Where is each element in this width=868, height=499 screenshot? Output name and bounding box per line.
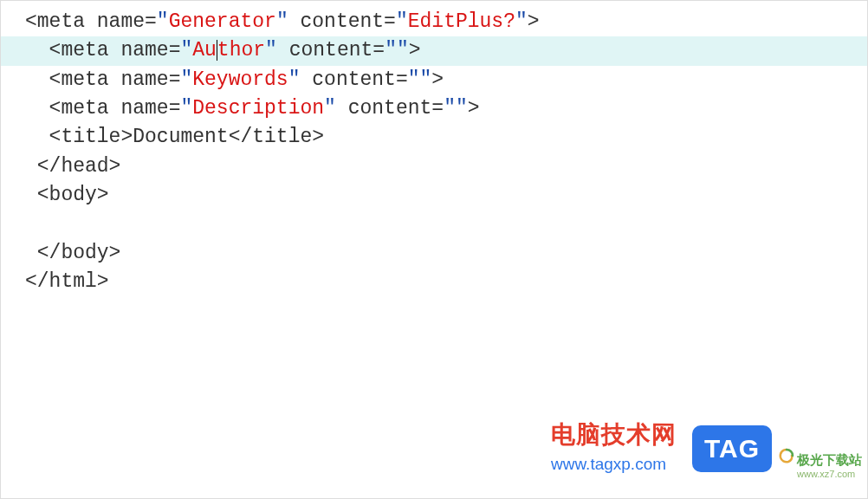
attr-value: Generator [169, 10, 276, 33]
code-text: content= [277, 39, 385, 62]
quote: " [397, 39, 409, 62]
quote: " [324, 97, 336, 120]
code-line[interactable]: <title>Document</title> [1, 123, 867, 152]
attr-value: Au [192, 39, 217, 62]
code-line[interactable]: <meta name="Generator" content="EditPlus… [1, 8, 867, 36]
code-line[interactable]: <meta name="Keywords" content=""> [1, 66, 867, 94]
quote: " [456, 97, 468, 120]
code-text: <meta name= [25, 39, 180, 62]
code-text: </html> [25, 270, 109, 293]
quote: " [288, 68, 301, 91]
quote: " [385, 39, 397, 62]
quote: " [180, 97, 192, 120]
code-line-active[interactable]: <meta name="Author" content=""> [1, 36, 867, 65]
quote: " [420, 68, 432, 91]
attr-value: thor [217, 39, 265, 62]
code-line[interactable]: <body> [1, 181, 867, 210]
code-line[interactable]: </html> [1, 268, 867, 296]
watermark-secondary: 极光下载站 www.xz7.com [778, 446, 862, 479]
attr-value: Keywords [192, 68, 288, 91]
quote: " [408, 68, 420, 91]
watermark2-title: 极光下载站 [797, 452, 862, 467]
code-line[interactable]: <meta name="Description" content=""> [1, 94, 867, 123]
code-text: content= [300, 68, 407, 91]
quote: " [444, 97, 456, 120]
watermark2-url: www.xz7.com [797, 469, 862, 479]
code-editor[interactable]: <meta name="Generator" content="EditPlus… [1, 1, 867, 296]
code-text: > [409, 39, 421, 62]
code-text: > [468, 97, 480, 120]
code-text: <meta name= [25, 68, 180, 91]
code-text: </head> [25, 155, 120, 178]
quote: " [276, 10, 288, 33]
code-text: > [431, 68, 444, 91]
code-text: <title>Document</title> [25, 126, 324, 148]
code-text: </body> [25, 242, 120, 264]
watermark-badge: TAG [692, 425, 772, 472]
code-text: <meta name= [25, 10, 157, 33]
attr-value: EditPlus? [408, 10, 515, 33]
quote: " [180, 39, 192, 62]
watermark-primary: 电脑技术网 www.tagxp.com [551, 418, 677, 474]
quote: " [515, 10, 528, 33]
quote: " [157, 10, 169, 33]
quote: " [396, 10, 408, 33]
code-text: > [528, 10, 540, 33]
swirl-icon [778, 447, 795, 470]
watermark-title: 电脑技术网 [551, 418, 677, 451]
code-text: <meta name= [25, 97, 180, 120]
code-line[interactable]: </body> [1, 239, 867, 268]
quote: " [180, 68, 192, 91]
watermark-url: www.tagxp.com [551, 455, 677, 474]
code-text: content= [288, 10, 396, 33]
quote: " [265, 39, 277, 62]
code-text: content= [336, 97, 444, 120]
code-text [25, 212, 49, 235]
text-cursor [217, 40, 217, 61]
attr-value: Description [192, 97, 324, 120]
code-line[interactable] [1, 210, 867, 238]
code-text: <body> [25, 184, 109, 206]
code-line[interactable]: </head> [1, 152, 867, 181]
